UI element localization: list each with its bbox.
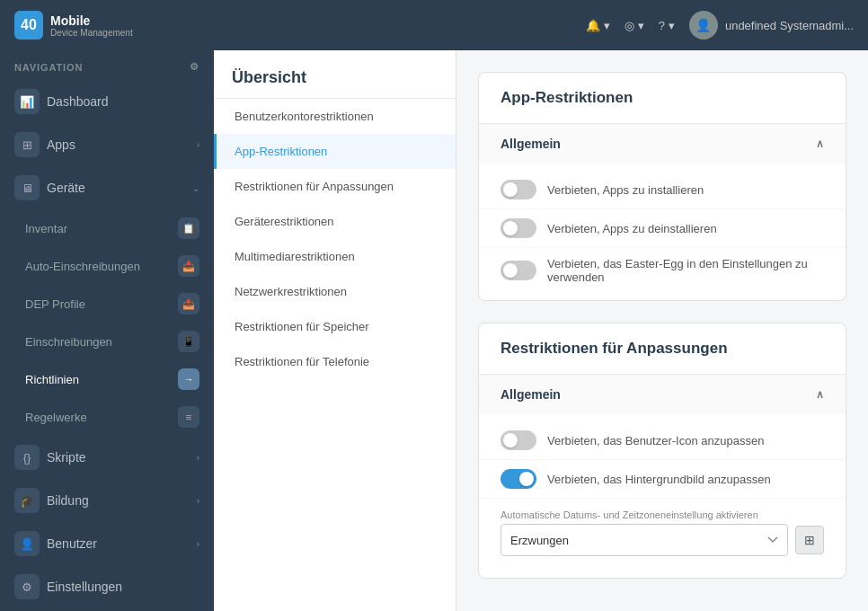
app-restriktionen-group-header[interactable]: Allgemein ∧ (479, 124, 846, 164)
app-restriktionen-card: App-Restriktionen Allgemein ∧ Verbieten,… (478, 72, 846, 301)
select-timezone-wrapper: Erzwungen Deaktiviert Aktiviert ⊞ (500, 524, 824, 556)
sidebar-sub-label: Einschreibungen (25, 335, 112, 349)
customization-restrictions-group-content: Verbieten, das Benutzer-Icon anzupassen … (479, 414, 846, 578)
sidebar-item-apps[interactable]: ⊞ Apps › (0, 123, 214, 166)
sidebar-item-label: Dashboard (47, 94, 109, 109)
app-restriktionen-group-content: Verbieten, Apps zu installieren Verbiete… (479, 164, 846, 300)
sidebar-item-geraete[interactable]: 🖥 Geräte ⌄ (0, 166, 214, 209)
sidebar-item-dashboard[interactable]: 📊 Dashboard (0, 80, 214, 123)
sidebar-item-einstellungen[interactable]: ⚙ Einstellungen (0, 565, 214, 608)
chevron-down-icon: ⌄ (192, 183, 199, 193)
toggle-row-easteregg: Verbieten, das Easter-Egg in den Einstel… (479, 248, 846, 293)
toggle-row-wallpaper: Verbieten, das Hintergrundbild anzupasse… (479, 460, 846, 499)
avatar: 👤 (689, 11, 718, 40)
customization-restrictions-card: Restriktionen für Anpassungen Allgemein … (478, 323, 846, 579)
toggle-wallpaper[interactable] (500, 469, 536, 489)
skripte-icon: {} (14, 445, 40, 470)
chevron-right-icon: › (197, 453, 199, 463)
topbar-right: 🔔 ▾ ◎ ▾ ? ▾ 👤 undefined Systemadmi... (586, 11, 854, 40)
brand-name: Mobile Device Management (50, 13, 133, 38)
toggle-install[interactable] (500, 180, 536, 199)
toggle-deinstall-label: Verbieten, Apps zu deinstallieren (547, 222, 717, 235)
overview-item-benutzerkontorestriktionen[interactable]: Benutzerkontorestriktionen (214, 99, 456, 134)
toggle-row-install: Verbieten, Apps zu installieren (479, 171, 846, 209)
overview-nav: Übersicht Benutzerkontorestriktionen App… (214, 50, 456, 611)
select-action-button[interactable]: ⊞ (795, 526, 824, 554)
auto-einschreibungen-icon: 📥 (178, 255, 199, 277)
sidebar-item-auto-einschreibungen[interactable]: Auto-Einschreibungen 📥 (0, 247, 214, 285)
toggle-user-icon-label: Verbieten, das Benutzer-Icon anzupassen (547, 434, 764, 447)
sidebar-item-einschreibungen[interactable]: Einschreibungen 📱 (0, 323, 214, 360)
sidebar-item-label: Skripte (47, 450, 86, 465)
sidebar: NAVIGATION ⚙ 📊 Dashboard ⊞ Apps › 🖥 Gerä… (0, 50, 214, 611)
sidebar-sub-label: Auto-Einschreibungen (25, 260, 140, 273)
toggle-row-user-icon: Verbieten, das Benutzer-Icon anzupassen (479, 421, 846, 460)
overview-header: Übersicht (214, 50, 456, 99)
sidebar-item-label: Apps (47, 137, 75, 152)
sidebar-item-label: Benutzer (47, 536, 97, 551)
status-button[interactable]: ◎ ▾ (624, 19, 644, 32)
inventar-icon: 📋 (178, 217, 199, 239)
app-restriktionen-group: Allgemein ∧ Verbieten, Apps zu installie… (479, 124, 846, 300)
content-area: Übersicht Benutzerkontorestriktionen App… (214, 50, 868, 611)
notifications-button[interactable]: 🔔 ▾ (586, 19, 610, 32)
sidebar-sub-label: Inventar (25, 222, 67, 235)
toggle-wallpaper-label: Verbieten, das Hintergrundbild anzupasse… (547, 473, 771, 486)
customization-restrictions-title: Restriktionen für Anpassungen (479, 323, 846, 375)
sidebar-header: NAVIGATION ⚙ (0, 50, 214, 80)
sidebar-item-label: Bildung (47, 493, 89, 508)
app-logo: 40 (14, 11, 43, 40)
sidebar-item-regelwerke[interactable]: Regelwerke ≡ (0, 398, 214, 436)
toggle-easteregg-label: Verbieten, das Easter-Egg in den Einstel… (547, 257, 824, 284)
bildung-icon: 🎓 (14, 488, 40, 513)
sidebar-item-dep-profile[interactable]: DEP Profile 📤 (0, 285, 214, 323)
dashboard-icon: 📊 (14, 89, 40, 114)
sidebar-sub-label: Regelwerke (25, 411, 87, 424)
chevron-right-icon: › (197, 140, 199, 150)
overview-item-restriktionen-anpassungen[interactable]: Restriktionen für Anpassungen (214, 169, 456, 204)
einschreibungen-icon: 📱 (178, 331, 199, 352)
main-content: App-Restriktionen Allgemein ∧ Verbieten,… (456, 50, 868, 611)
topbar-left: 40 Mobile Device Management (14, 11, 133, 40)
overview-item-restriktionen-telefonie[interactable]: Restriktionen für Telefonie (214, 344, 456, 379)
chevron-right-icon: › (197, 496, 199, 506)
sidebar-item-skripte[interactable]: {} Skripte › (0, 436, 214, 479)
chevron-up-icon: ∧ (816, 388, 824, 401)
overview-item-app-restriktionen[interactable]: App-Restriktionen (214, 134, 456, 169)
chevron-up-icon: ∧ (816, 137, 824, 150)
customization-restrictions-group: Allgemein ∧ Verbieten, das Benutzer-Icon… (479, 375, 846, 578)
customization-restrictions-group-header[interactable]: Allgemein ∧ (479, 375, 846, 414)
toggle-deinstall[interactable] (500, 218, 536, 238)
overview-item-geraeterestriktionen[interactable]: Geräterestriktionen (214, 204, 456, 239)
sidebar-item-inventar[interactable]: Inventar 📋 (0, 209, 214, 247)
overview-item-multimediarestriktionen[interactable]: Multimediarestriktionen (214, 239, 456, 274)
benutzer-icon: 👤 (14, 531, 40, 556)
regelwerke-icon: ≡ (178, 406, 199, 428)
help-button[interactable]: ? ▾ (659, 19, 675, 32)
sidebar-item-richtlinien[interactable]: Richtlinien → (0, 360, 214, 398)
toggle-user-icon[interactable] (500, 430, 536, 450)
overview-item-netzwerkrestriktionen[interactable]: Netzwerkrestriktionen (214, 274, 456, 309)
select-group-timezone: Automatische Datums- und Zeitzoneneinste… (479, 499, 846, 571)
sidebar-item-benutzer[interactable]: 👤 Benutzer › (0, 522, 214, 565)
topbar: 40 Mobile Device Management 🔔 ▾ ◎ ▾ ? ▾ … (0, 0, 868, 50)
app-restriktionen-title: App-Restriktionen (479, 73, 846, 124)
sidebar-sub-label: DEP Profile (25, 297, 85, 311)
overview-item-restriktionen-speicher[interactable]: Restriktionen für Speicher (214, 309, 456, 344)
toggle-easteregg[interactable] (500, 261, 536, 280)
geraete-icon: 🖥 (14, 175, 40, 200)
select-timezone-field[interactable]: Erzwungen Deaktiviert Aktiviert (500, 524, 788, 556)
sidebar-sub-label: Richtlinien (25, 373, 79, 386)
apps-icon: ⊞ (14, 132, 40, 157)
user-menu[interactable]: 👤 undefined Systemadmi... (689, 11, 854, 40)
sidebar-item-bildung[interactable]: 🎓 Bildung › (0, 479, 214, 522)
sidebar-item-label: Einstellungen (47, 580, 122, 594)
main-layout: NAVIGATION ⚙ 📊 Dashboard ⊞ Apps › 🖥 Gerä… (0, 50, 868, 611)
toggle-row-deinstall: Verbieten, Apps zu deinstallieren (479, 209, 846, 248)
sidebar-item-label: Geräte (47, 181, 85, 195)
dep-icon: 📤 (178, 293, 199, 314)
richtlinien-icon: → (178, 368, 199, 390)
chevron-right-icon: › (197, 539, 199, 549)
user-name: undefined Systemadmi... (725, 19, 854, 32)
toggle-install-label: Verbieten, Apps zu installieren (547, 183, 704, 197)
